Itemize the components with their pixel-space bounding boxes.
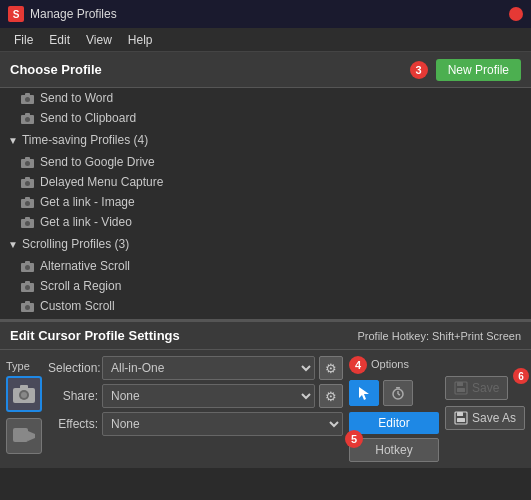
profile-item-alt-scroll[interactable]: Alternative Scroll	[0, 256, 531, 276]
timer-tool-button[interactable]	[383, 380, 413, 406]
share-gear-button[interactable]: ⚙	[319, 384, 343, 408]
arrow-icon: ▼	[8, 239, 18, 250]
svg-point-16	[25, 221, 30, 226]
options-icons-row	[349, 380, 413, 406]
svg-rect-32	[13, 428, 28, 442]
svg-point-1	[25, 97, 30, 102]
save-as-button[interactable]: Save As	[445, 406, 525, 430]
profile-item-custom-scroll[interactable]: Custom Scroll	[0, 296, 531, 316]
svg-rect-38	[396, 387, 400, 389]
profile-item-label: Send to Clipboard	[40, 111, 136, 125]
type-icon-camera[interactable]	[6, 376, 42, 412]
menu-help[interactable]: Help	[120, 31, 161, 49]
type-label: Type	[6, 360, 30, 372]
profile-item-label: Alternative Scroll	[40, 259, 130, 273]
menu-bar: File Edit View Help	[0, 28, 531, 52]
selection-row: Selection: All-in-One ⚙	[48, 356, 343, 380]
profile-item-send-to-word[interactable]: Send to Word	[0, 88, 531, 108]
save-wrap: 6 Save	[445, 376, 525, 400]
selection-select[interactable]: All-in-One	[102, 356, 315, 380]
effects-label: Effects:	[48, 417, 98, 431]
save-label: Save	[472, 381, 499, 395]
edit-header: Edit Cursor Profile Settings Profile Hot…	[0, 322, 531, 350]
profile-item-label: Get a link - Image	[40, 195, 135, 209]
badge-4: 4	[349, 356, 367, 374]
svg-rect-23	[25, 281, 30, 284]
svg-rect-17	[25, 217, 30, 220]
group-scrolling[interactable]: ▼ Scrolling Profiles (3)	[0, 232, 531, 256]
editor-button[interactable]: Editor	[349, 412, 439, 434]
title-bar: S Manage Profiles	[0, 0, 531, 28]
profile-item-label: Custom Scroll	[40, 299, 115, 313]
form-column: Selection: All-in-One ⚙ Share: None ⚙ Ef…	[48, 356, 343, 462]
svg-point-7	[25, 161, 30, 166]
svg-rect-41	[457, 388, 465, 392]
window-title: Manage Profiles	[30, 7, 509, 21]
svg-point-19	[25, 265, 30, 270]
share-label: Share:	[48, 389, 98, 403]
group-timesaving[interactable]: ▼ Time-saving Profiles (4)	[0, 128, 531, 152]
menu-edit[interactable]: Edit	[41, 31, 78, 49]
profile-item-link-video[interactable]: Get a link - Video	[0, 212, 531, 232]
camera-icon	[20, 279, 34, 293]
camera-icon	[20, 195, 34, 209]
cursor-tool-button[interactable]	[349, 380, 379, 406]
save-button[interactable]: Save	[445, 376, 508, 400]
menu-file[interactable]: File	[6, 31, 41, 49]
save-as-label: Save As	[472, 411, 516, 425]
svg-rect-43	[457, 412, 463, 416]
menu-view[interactable]: View	[78, 31, 120, 49]
svg-rect-11	[25, 177, 30, 180]
save-column: 6 Save Save As	[445, 356, 525, 462]
new-profile-button[interactable]: New Profile	[436, 59, 521, 81]
type-column: Type	[6, 356, 42, 462]
svg-rect-44	[457, 418, 465, 422]
type-icon-video[interactable]	[6, 418, 42, 454]
profile-item-link-image[interactable]: Get a link - Image	[0, 192, 531, 212]
svg-point-22	[25, 285, 30, 290]
profile-hotkey-text: Profile Hotkey: Shift+Print Screen	[357, 330, 521, 342]
close-button[interactable]	[509, 7, 523, 21]
camera-icon	[20, 259, 34, 273]
edit-title: Edit Cursor Profile Settings	[10, 328, 357, 343]
profile-item-label: Send to Google Drive	[40, 155, 155, 169]
svg-line-37	[398, 394, 400, 395]
camera-icon	[20, 155, 34, 169]
camera-icon	[20, 91, 34, 105]
group-label: Time-saving Profiles (4)	[22, 133, 148, 147]
profile-list[interactable]: Send to Word Send to Clipboard ▼ Time-sa…	[0, 88, 531, 320]
profile-item-label: Scroll a Region	[40, 279, 121, 293]
svg-point-30	[21, 392, 27, 398]
options-label: Options	[371, 358, 409, 370]
profile-item-scroll-region[interactable]: Scroll a Region	[0, 276, 531, 296]
camera-icon	[20, 111, 34, 125]
camera-icon	[20, 215, 34, 229]
arrow-icon: ▼	[8, 135, 18, 146]
edit-section: Edit Cursor Profile Settings Profile Hot…	[0, 320, 531, 468]
type-icons	[6, 376, 42, 454]
svg-marker-33	[28, 431, 35, 441]
selection-gear-button[interactable]: ⚙	[319, 356, 343, 380]
svg-point-4	[25, 117, 30, 122]
profile-item-delayed-menu[interactable]: Delayed Menu Capture	[0, 172, 531, 192]
profile-item-label: Delayed Menu Capture	[40, 175, 163, 189]
profile-item-google-drive[interactable]: Send to Google Drive	[0, 152, 531, 172]
camera-icon	[20, 299, 34, 313]
profile-item-label: Send to Word	[40, 91, 113, 105]
edit-body: Type	[0, 350, 531, 468]
svg-rect-14	[25, 197, 30, 200]
window-controls	[509, 7, 523, 21]
svg-rect-40	[457, 382, 463, 386]
group-label: Scrolling Profiles (3)	[22, 237, 129, 251]
effects-select[interactable]: None	[102, 412, 343, 436]
svg-rect-2	[25, 93, 30, 96]
share-row: Share: None ⚙	[48, 384, 343, 408]
svg-rect-31	[20, 385, 28, 390]
svg-rect-8	[25, 157, 30, 160]
badge-3: 3	[410, 61, 428, 79]
profile-item-send-to-clipboard[interactable]: Send to Clipboard	[0, 108, 531, 128]
badge-6: 6	[513, 368, 529, 384]
options-column: 4 Options Editor	[349, 356, 439, 462]
effects-row: Effects: None	[48, 412, 343, 436]
share-select[interactable]: None	[102, 384, 315, 408]
